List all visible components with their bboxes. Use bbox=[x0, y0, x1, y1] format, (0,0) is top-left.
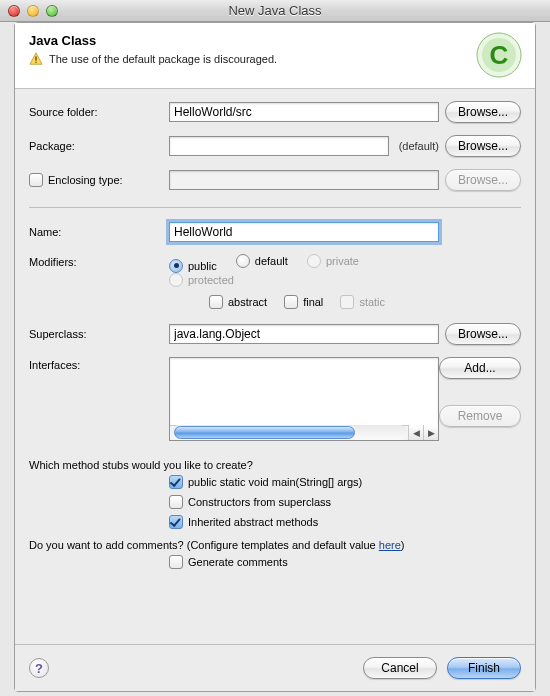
zoom-window-button[interactable] bbox=[46, 5, 58, 17]
window-traffic-lights bbox=[0, 5, 58, 17]
modifier-abstract-checkbox[interactable]: abstract bbox=[209, 295, 267, 309]
modifier-default-radio[interactable]: default bbox=[236, 254, 288, 268]
svg-text:C: C bbox=[490, 40, 509, 70]
comments-question: Do you want to add comments? (Configure … bbox=[29, 539, 521, 551]
scroll-right-icon[interactable]: ▶ bbox=[423, 425, 438, 440]
configure-templates-link[interactable]: here bbox=[379, 539, 401, 551]
finish-button[interactable]: Finish bbox=[447, 657, 521, 679]
source-folder-browse-button[interactable]: Browse... bbox=[445, 101, 521, 123]
enclosing-type-browse-button: Browse... bbox=[445, 169, 521, 191]
help-button[interactable]: ? bbox=[29, 658, 49, 678]
superclass-row: Superclass: Browse... bbox=[29, 323, 521, 345]
package-input[interactable] bbox=[169, 136, 389, 156]
stub-main-checkbox[interactable]: public static void main(String[] args) bbox=[169, 475, 507, 489]
source-folder-label: Source folder: bbox=[29, 106, 169, 118]
superclass-input[interactable] bbox=[169, 324, 439, 344]
name-label: Name: bbox=[29, 226, 169, 238]
dialog: Java Class The use of the default packag… bbox=[14, 22, 536, 692]
generate-comments-checkbox[interactable]: Generate comments bbox=[169, 555, 507, 569]
stub-constructors-checkbox[interactable]: Constructors from superclass bbox=[169, 495, 507, 509]
name-row: Name: bbox=[29, 222, 521, 242]
package-label: Package: bbox=[29, 140, 169, 152]
superclass-label: Superclass: bbox=[29, 328, 169, 340]
window-titlebar: New Java Class bbox=[0, 0, 550, 22]
dialog-header: Java Class The use of the default packag… bbox=[15, 23, 535, 89]
separator bbox=[29, 207, 521, 208]
warning-icon bbox=[29, 52, 43, 66]
enclosing-type-input bbox=[169, 170, 439, 190]
minimize-window-button[interactable] bbox=[27, 5, 39, 17]
modifier-private-radio: private bbox=[307, 254, 359, 268]
interfaces-label: Interfaces: bbox=[29, 357, 169, 371]
modifiers-row: Modifiers: public default private protec… bbox=[29, 254, 521, 311]
svg-rect-1 bbox=[35, 62, 36, 63]
class-badge-icon: C bbox=[475, 31, 523, 79]
enclosing-type-checkbox[interactable] bbox=[29, 173, 43, 187]
page-title: Java Class bbox=[29, 33, 521, 48]
superclass-browse-button[interactable]: Browse... bbox=[445, 323, 521, 345]
modifier-final-checkbox[interactable]: final bbox=[284, 295, 323, 309]
interfaces-list[interactable]: ◀ ▶ bbox=[169, 357, 439, 441]
warning-line: The use of the default package is discou… bbox=[29, 52, 521, 66]
package-default-hint: (default) bbox=[399, 140, 439, 152]
comments-options: Generate comments bbox=[29, 555, 521, 569]
scroll-left-icon[interactable]: ◀ bbox=[408, 425, 423, 440]
package-row: Package: (default) Browse... bbox=[29, 135, 521, 157]
interfaces-row: Interfaces: ◀ ▶ Add... Remove bbox=[29, 357, 521, 441]
svg-rect-0 bbox=[35, 56, 36, 60]
modifier-static-checkbox: static bbox=[340, 295, 385, 309]
warning-text: The use of the default package is discou… bbox=[49, 53, 277, 65]
modifier-public-radio[interactable]: public bbox=[169, 259, 217, 273]
stub-inherited-checkbox[interactable]: Inherited abstract methods bbox=[169, 515, 507, 529]
cancel-button[interactable]: Cancel bbox=[363, 657, 437, 679]
package-browse-button[interactable]: Browse... bbox=[445, 135, 521, 157]
modifiers-label: Modifiers: bbox=[29, 254, 169, 268]
interfaces-scrollbar[interactable]: ◀ ▶ bbox=[170, 425, 438, 440]
dialog-footer: ? Cancel Finish bbox=[15, 644, 535, 691]
source-folder-input[interactable] bbox=[169, 102, 439, 122]
interfaces-remove-button: Remove bbox=[439, 405, 521, 427]
stubs-options: public static void main(String[] args) C… bbox=[29, 475, 521, 529]
enclosing-type-label: Enclosing type: bbox=[48, 174, 123, 186]
interfaces-add-button[interactable]: Add... bbox=[439, 357, 521, 379]
modifier-protected-radio: protected bbox=[169, 273, 234, 287]
source-folder-row: Source folder: Browse... bbox=[29, 101, 521, 123]
window-title: New Java Class bbox=[0, 3, 550, 18]
stubs-question: Which method stubs would you like to cre… bbox=[29, 459, 521, 471]
close-window-button[interactable] bbox=[8, 5, 20, 17]
dialog-body: Source folder: Browse... Package: (defau… bbox=[15, 89, 535, 644]
name-input[interactable] bbox=[169, 222, 439, 242]
enclosing-type-row: Enclosing type: Browse... bbox=[29, 169, 521, 191]
